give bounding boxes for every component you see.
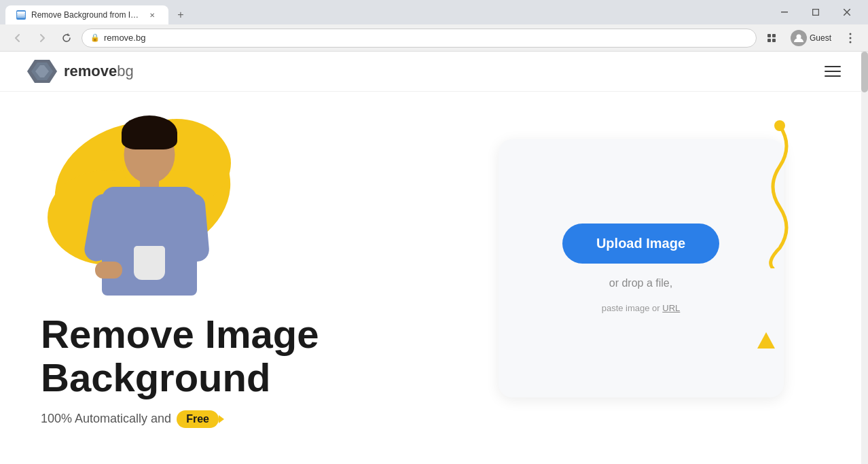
page-content: removebg	[0, 52, 868, 464]
extensions-button[interactable]	[762, 29, 781, 48]
svg-rect-0	[17, 16, 25, 18]
upload-button-label: Upload Image	[596, 236, 685, 251]
minimize-button[interactable]	[769, 0, 800, 24]
tab-close-button[interactable]: ✕	[147, 10, 158, 20]
svg-point-14	[850, 41, 852, 43]
scrollbar-thumb[interactable]	[861, 52, 868, 92]
logo[interactable]: removebg	[27, 60, 134, 83]
squiggle-decoration	[725, 119, 834, 268]
paste-label: paste image or	[602, 303, 660, 313]
hero-left: Remove Image Background 100% Automatical…	[41, 109, 441, 428]
svg-rect-10	[772, 39, 776, 42]
back-button[interactable]	[8, 29, 27, 48]
tab-area: Remove Background from Im... ✕ +	[5, 0, 769, 24]
svg-rect-3	[781, 12, 788, 13]
paste-text: paste image or URL	[602, 303, 681, 313]
browser-menu-button[interactable]	[841, 29, 860, 48]
address-text: remove.bg	[104, 33, 145, 43]
hero-section: Remove Image Background 100% Automatical…	[0, 92, 868, 445]
drop-text: or drop a file,	[609, 277, 672, 289]
svg-rect-9	[767, 39, 771, 42]
site-header: removebg	[0, 52, 868, 92]
triangle-decoration	[756, 331, 776, 350]
tab-favicon	[16, 10, 26, 20]
svg-point-12	[850, 33, 852, 35]
logo-text: removebg	[64, 63, 134, 80]
svg-rect-7	[767, 34, 771, 37]
person-figure	[75, 115, 224, 299]
address-bar: 🔒 remove.bg Guest	[0, 24, 868, 52]
profile-button[interactable]: Guest	[785, 29, 837, 48]
restore-button[interactable]	[800, 0, 831, 24]
avatar	[791, 30, 807, 46]
free-badge: Free	[177, 410, 219, 428]
scrollbar[interactable]	[861, 52, 868, 464]
subtitle-text: 100% Automatically and	[41, 412, 171, 426]
reload-button[interactable]	[57, 29, 76, 48]
upload-image-button[interactable]: Upload Image	[562, 224, 719, 264]
svg-rect-1	[17, 14, 25, 16]
logo-icon	[27, 60, 57, 83]
address-input[interactable]: 🔒 remove.bg	[82, 29, 757, 48]
title-bar: Remove Background from Im... ✕ +	[0, 0, 868, 24]
new-tab-button[interactable]: +	[171, 5, 190, 24]
hero-image	[41, 109, 278, 299]
tab-title: Remove Background from Im...	[31, 10, 141, 20]
lock-icon: 🔒	[90, 33, 100, 42]
profile-label: Guest	[810, 33, 831, 43]
hero-title: Remove Image Background	[41, 313, 441, 399]
active-tab[interactable]: Remove Background from Im... ✕	[5, 5, 168, 24]
svg-point-13	[850, 37, 852, 39]
hero-text: Remove Image Background 100% Automatical…	[41, 313, 441, 428]
svg-point-25	[774, 120, 785, 131]
hero-right: Upload Image or drop a file, paste image…	[441, 139, 841, 397]
svg-marker-26	[757, 332, 775, 349]
svg-rect-8	[772, 34, 776, 37]
logo-remove: remove	[64, 63, 117, 79]
address-right: Guest	[762, 29, 860, 48]
forward-button[interactable]	[33, 29, 52, 48]
url-link[interactable]: URL	[662, 303, 680, 313]
svg-rect-2	[17, 12, 25, 14]
hamburger-menu[interactable]	[825, 66, 841, 77]
hero-subtitle: 100% Automatically and Free	[41, 410, 441, 428]
close-button[interactable]	[831, 0, 863, 24]
logo-bg: bg	[117, 63, 133, 79]
window-controls	[769, 0, 863, 24]
svg-rect-4	[813, 10, 819, 16]
